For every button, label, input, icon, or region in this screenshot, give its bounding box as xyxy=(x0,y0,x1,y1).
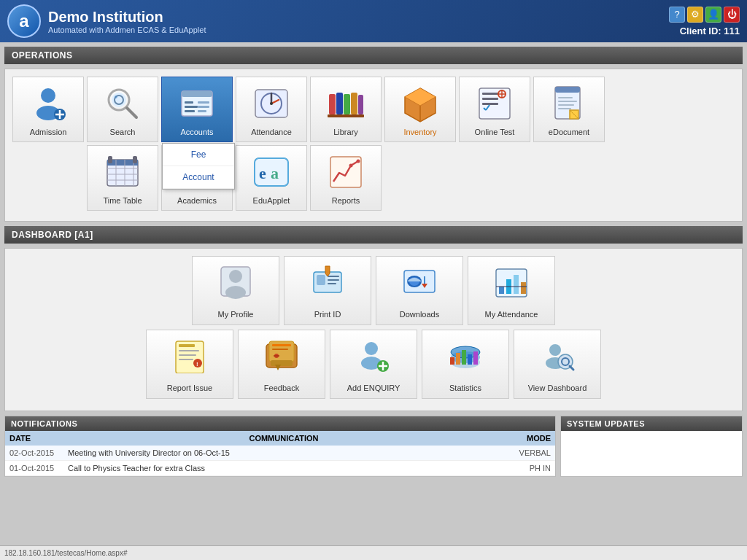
notification-row-1: 02-Oct-2015 Meeting with University Dire… xyxy=(5,446,555,461)
downloads-label: Downloads xyxy=(400,310,439,319)
svg-rect-80 xyxy=(328,276,339,277)
svg-text:!: ! xyxy=(196,361,198,368)
online-test-icon xyxy=(473,82,516,125)
academics-label: Academics xyxy=(177,196,217,205)
svg-rect-82 xyxy=(328,283,336,284)
op-btn-inventory[interactable]: Inventory xyxy=(384,77,456,142)
dash-btn-statistics[interactable]: Statistics xyxy=(422,330,509,399)
svg-rect-104 xyxy=(272,344,291,346)
svg-rect-28 xyxy=(328,114,364,117)
svg-rect-123 xyxy=(473,351,478,365)
svg-rect-44 xyxy=(555,87,580,93)
svg-rect-24 xyxy=(336,93,343,114)
op-btn-online-test[interactable]: Online Test xyxy=(459,77,530,142)
dash-btn-view-dashboard[interactable]: View Dashboard xyxy=(514,330,601,399)
op-btn-accounts[interactable]: Accounts Fee Account xyxy=(161,77,233,142)
svg-rect-79 xyxy=(317,275,325,285)
feedback-icon xyxy=(263,337,300,380)
svg-rect-17 xyxy=(198,110,206,112)
accounts-icon xyxy=(176,82,218,125)
report-issue-label: Report Issue xyxy=(167,384,212,392)
settings-icon[interactable]: ⚙ xyxy=(687,7,703,23)
svg-rect-90 xyxy=(499,287,504,294)
notif-comm-1: Meeting with University Director on 06-O… xyxy=(68,448,500,457)
timetable-icon xyxy=(101,151,144,193)
dropdown-fee[interactable]: Fee xyxy=(163,144,234,166)
dash-btn-report-issue[interactable]: ! Report Issue xyxy=(146,330,233,399)
user-icon[interactable]: 👤 xyxy=(705,7,721,23)
svg-rect-23 xyxy=(329,94,336,114)
add-enquiry-label: Add ENQUIRY xyxy=(347,384,400,392)
dash-btn-feedback[interactable]: Feedback xyxy=(238,330,325,399)
op-btn-admission[interactable]: Admission xyxy=(12,77,84,142)
print-id-label: Print ID xyxy=(314,310,341,319)
svg-rect-122 xyxy=(468,354,472,365)
svg-rect-14 xyxy=(185,110,195,112)
svg-rect-46 xyxy=(558,101,577,102)
accounts-label: Accounts xyxy=(180,128,213,136)
timetable-label: Time Table xyxy=(103,196,142,205)
dropdown-account[interactable]: Account xyxy=(163,166,234,189)
notif-date-1: 02-Oct-2015 xyxy=(9,448,68,457)
notifications-columns: DATE COMMUNICATION MODE xyxy=(5,431,555,446)
my-profile-label: My Profile xyxy=(218,310,254,319)
op-btn-edocument[interactable]: eDocument xyxy=(533,77,605,142)
dash-btn-my-attendance[interactable]: My Attendance xyxy=(468,256,555,325)
my-attendance-label: My Attendance xyxy=(485,310,538,319)
svg-rect-45 xyxy=(558,97,573,98)
operations-row2: Time Table Academics xyxy=(12,145,735,211)
notifications-panel: NOTIFICATIONS DATE COMMUNICATION MODE 02… xyxy=(4,416,556,477)
op-btn-library[interactable]: Library xyxy=(310,77,382,142)
eduapplet-label: EduApplet xyxy=(253,196,290,205)
reports-label: Reports xyxy=(332,196,360,205)
search-icon xyxy=(101,82,144,125)
notif-date-2: 01-Oct-2015 xyxy=(9,464,68,472)
dash-btn-my-profile[interactable]: My Profile xyxy=(192,256,279,325)
op-btn-search[interactable]: Search xyxy=(87,77,158,142)
dashboard-panel: My Profile Print ID xyxy=(4,248,743,411)
svg-line-128 xyxy=(570,366,573,370)
header-text: Demo Institution Automated with Addmen E… xyxy=(48,9,669,34)
svg-rect-81 xyxy=(328,279,339,281)
edocument-label: eDocument xyxy=(549,128,589,136)
notification-row-2: 01-Oct-2015 Call to Physics Teacher for … xyxy=(5,461,555,476)
power-icon[interactable]: ⏻ xyxy=(724,7,740,23)
svg-point-110 xyxy=(365,342,378,355)
dash-btn-add-enquiry[interactable]: Add ENQUIRY xyxy=(330,330,417,399)
op-btn-eduapplet[interactable]: e a EduApplet xyxy=(236,145,307,211)
library-icon xyxy=(325,82,367,125)
svg-rect-60 xyxy=(133,156,137,163)
system-updates-panel: SYSTEM UPDATES xyxy=(560,416,743,477)
svg-rect-105 xyxy=(272,349,288,350)
op-btn-timetable[interactable]: Time Table xyxy=(87,145,158,211)
app-subtitle: Automated with Addmen ECAS & EduApplet xyxy=(48,26,669,34)
svg-text:e: e xyxy=(259,164,266,182)
svg-point-76 xyxy=(229,270,242,283)
feedback-label: Feedback xyxy=(264,384,299,392)
svg-rect-35 xyxy=(482,93,498,95)
svg-rect-119 xyxy=(450,357,454,365)
svg-rect-37 xyxy=(482,103,498,105)
edocument-icon xyxy=(548,82,590,125)
statistics-icon xyxy=(447,337,484,380)
app-title: Demo Institution xyxy=(48,9,669,26)
svg-rect-11 xyxy=(182,91,212,97)
help-icon[interactable]: ? xyxy=(669,7,685,23)
svg-rect-108 xyxy=(271,360,293,366)
op-btn-reports[interactable]: Reports xyxy=(310,145,382,211)
svg-point-9 xyxy=(115,96,117,98)
admission-icon xyxy=(27,82,69,125)
report-issue-icon: ! xyxy=(171,337,208,380)
svg-point-124 xyxy=(549,344,561,356)
client-id: Client ID: 111 xyxy=(680,26,740,36)
op-btn-attendance[interactable]: Attendance xyxy=(236,77,307,142)
dash-btn-print-id[interactable]: Print ID xyxy=(284,256,371,325)
svg-rect-99 xyxy=(179,359,193,360)
svg-point-0 xyxy=(41,88,55,103)
svg-rect-96 xyxy=(179,344,195,347)
dash-btn-downloads[interactable]: Downloads xyxy=(376,256,463,325)
svg-point-74 xyxy=(357,160,360,163)
svg-rect-13 xyxy=(185,106,198,108)
add-enquiry-icon xyxy=(355,337,392,380)
svg-rect-16 xyxy=(198,106,209,108)
